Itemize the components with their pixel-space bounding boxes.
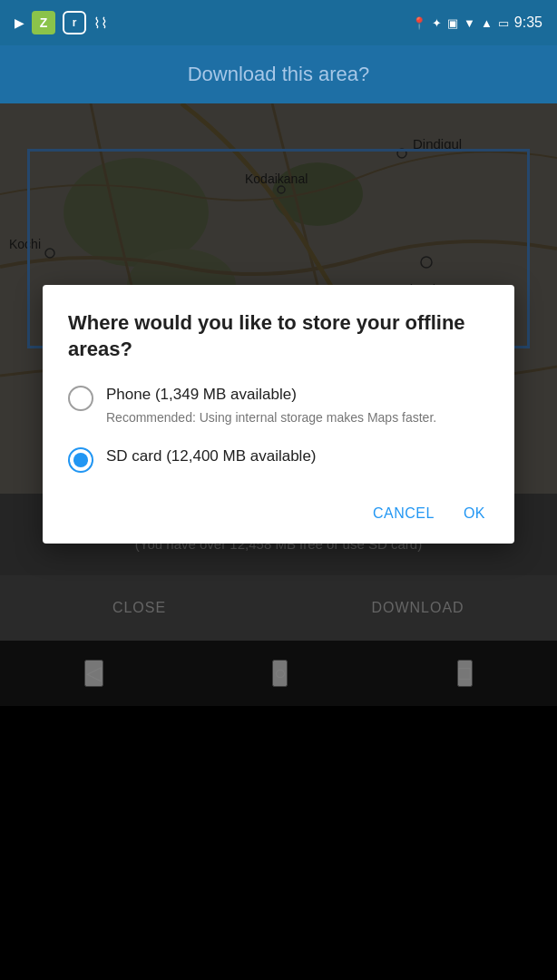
status-time: 9:35 (514, 15, 542, 31)
voicemail-icon: ⌇⌇ (93, 15, 108, 32)
recorder-icon: r (63, 11, 86, 34)
status-bar: ▶ Z r ⌇⌇ 📍 ✦ ▣ ▼ ▲ ▭ 9:35 (0, 0, 557, 45)
dialog-overlay: Where would you like to store your offli… (0, 103, 557, 980)
storage-dialog: Where would you like to store your offli… (43, 285, 514, 544)
dialog-actions: CANCEL OK (68, 491, 489, 529)
phone-radio[interactable] (68, 386, 93, 411)
status-bar-right: 📍 ✦ ▣ ▼ ▲ ▭ 9:35 (412, 15, 542, 31)
page-title: Download this area? (188, 63, 370, 86)
phone-option[interactable]: Phone (1,349 MB available) Recommended: … (68, 384, 489, 426)
phone-option-text: Phone (1,349 MB available) Recommended: … (106, 384, 436, 426)
sdcard-radio[interactable] (68, 447, 93, 473)
sdcard-option[interactable]: SD card (12,400 MB available) (68, 446, 489, 473)
status-bar-left: ▶ Z r ⌇⌇ (15, 11, 108, 34)
dialog-title: Where would you like to store your offli… (68, 310, 489, 362)
phone-option-label: Phone (1,349 MB available) (106, 384, 436, 406)
zello-icon: Z (32, 11, 55, 34)
phone-option-sublabel: Recommended: Using internal storage make… (106, 409, 436, 427)
sdcard-option-label: SD card (12,400 MB available) (106, 446, 317, 467)
cancel-button[interactable]: CANCEL (369, 498, 438, 529)
sdcard-option-text: SD card (12,400 MB available) (106, 446, 317, 467)
signal-icon: ▲ (481, 16, 493, 30)
wifi-icon: ▼ (464, 16, 475, 30)
app-header: Download this area? (0, 45, 557, 103)
location-icon: 📍 (412, 16, 426, 30)
ok-button[interactable]: OK (460, 498, 489, 529)
battery-icon: ▭ (498, 16, 509, 30)
play-icon: ▶ (15, 15, 24, 30)
vibrate-icon: ▣ (447, 16, 458, 30)
sdcard-radio-inner (73, 453, 88, 467)
bluetooth-icon: ✦ (432, 16, 442, 30)
